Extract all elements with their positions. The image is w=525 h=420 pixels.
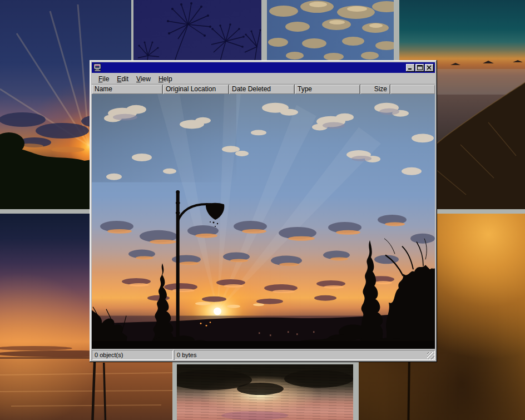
column-headers: Name Original Location Date Deleted Type… [92,85,435,94]
close-icon [427,65,432,70]
wallpaper-tile-water-reflection [177,364,353,420]
titlebar[interactable] [92,62,435,73]
column-header-size[interactable]: Size [360,85,390,94]
close-button[interactable] [425,64,434,72]
column-header-date-deleted[interactable]: Date Deleted [229,85,295,94]
menu-view[interactable]: View [132,74,155,84]
maximize-icon [417,65,423,70]
column-header-name[interactable]: Name [92,85,163,94]
status-bytes: 0 bytes [174,350,435,360]
column-header-original-location[interactable]: Original Location [163,85,229,94]
minimize-icon [408,65,413,70]
menu-file[interactable]: File [95,74,113,84]
column-header-type[interactable]: Type [295,85,360,94]
recycle-bin-window: File Edit View Help Name Original Locati… [90,60,437,362]
water-ripples [177,364,353,420]
minimize-button[interactable] [406,64,415,72]
status-bar: 0 object(s) 0 bytes [92,350,435,360]
list-view-photo-area[interactable] [92,94,435,349]
street-lamp-sunset-photo [92,94,435,349]
column-header-spacer [390,85,435,94]
menu-help[interactable]: Help [155,74,176,84]
menu-bar: File Edit View Help [92,73,435,85]
status-objects: 0 object(s) [92,350,173,360]
desktop: File Edit View Help Name Original Locati… [0,0,525,420]
computer-icon [93,63,102,72]
resize-grip[interactable] [427,352,434,359]
maximize-button[interactable] [415,64,424,72]
menu-edit[interactable]: Edit [113,74,132,84]
